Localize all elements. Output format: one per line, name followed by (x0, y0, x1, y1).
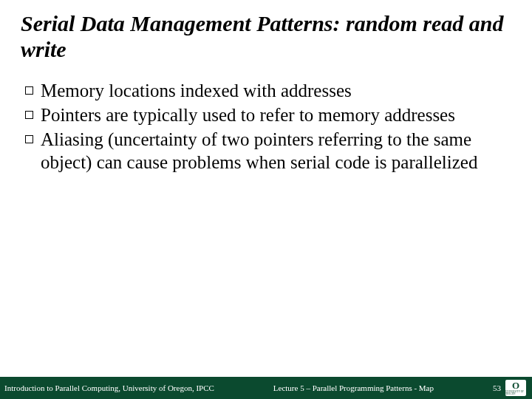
square-bullet-icon (25, 135, 33, 143)
footer-center-text: Lecture 5 – Parallel Programming Pattern… (214, 383, 493, 392)
list-item: Aliasing (uncertainty of two pointers re… (25, 128, 507, 174)
square-bullet-icon (25, 86, 33, 95)
bullet-text: Memory locations indexed with addresses (41, 79, 507, 102)
logo-caption: UNIVERSITY OF OREGON (505, 391, 526, 395)
footer-bar: Introduction to Parallel Computing, Univ… (0, 377, 532, 399)
bullet-text: Pointers are typically used to refer to … (41, 103, 507, 126)
body-area: Memory locations indexed with addresses … (0, 63, 532, 377)
slide-title: Serial Data Management Patterns: random … (21, 10, 511, 63)
list-item: Pointers are typically used to refer to … (25, 103, 507, 126)
square-bullet-icon (25, 111, 33, 119)
university-logo-icon: O UNIVERSITY OF OREGON (505, 380, 526, 396)
footer-left-text: Introduction to Parallel Computing, Univ… (4, 383, 214, 392)
title-area: Serial Data Management Patterns: random … (0, 0, 532, 63)
bullet-text: Aliasing (uncertainty of two pointers re… (41, 128, 507, 174)
slide: Serial Data Management Patterns: random … (0, 0, 532, 399)
logo-letter: O (512, 381, 519, 390)
list-item: Memory locations indexed with addresses (25, 79, 507, 102)
page-number: 53 (493, 383, 501, 392)
footer-right: 53 O UNIVERSITY OF OREGON (493, 380, 526, 396)
bullet-list: Memory locations indexed with addresses … (25, 79, 507, 174)
